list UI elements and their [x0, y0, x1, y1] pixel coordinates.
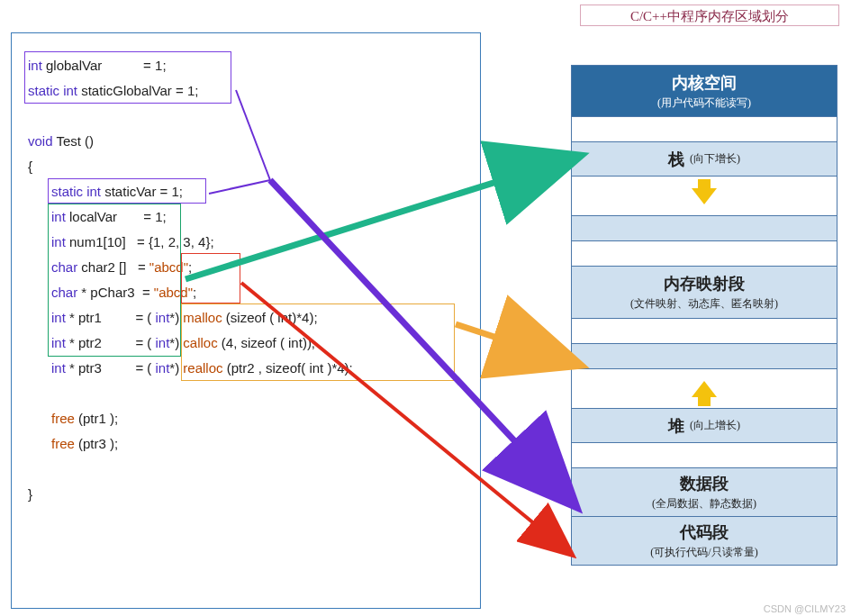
- mem-mmap: 内存映射段 (文件映射、动态库、匿名映射): [571, 267, 837, 319]
- label: 数据段: [680, 473, 729, 494]
- arrow-down-icon: [692, 188, 717, 204]
- code-line: }: [28, 482, 464, 507]
- sub-label: (全局数据、静态数据): [652, 496, 756, 512]
- label: 堆: [668, 415, 684, 437]
- mem-kernel: 内核空间 (用户代码不能读写): [571, 65, 837, 117]
- mem-gap: [571, 216, 837, 241]
- code-line: void Test (): [28, 129, 464, 154]
- code-block: int globalVar = 1; static int staticGlob…: [28, 53, 464, 507]
- sub-label: (文件映射、动态库、匿名映射): [630, 296, 778, 312]
- mem-gap: [571, 344, 837, 369]
- mem-stack-arrow-row: [571, 177, 837, 216]
- blank-line: [28, 457, 464, 482]
- box-heap-allocs: [181, 303, 455, 381]
- label: 代码段: [680, 521, 729, 543]
- mem-gap: [571, 319, 837, 344]
- watermark: CSDN @CILMY23: [764, 603, 846, 614]
- mem-heap: 堆 (向上增长): [571, 409, 837, 443]
- label: 栈: [668, 149, 684, 170]
- box-string-literals: [181, 253, 240, 303]
- mem-data: 数据段 (全局数据、静态数据): [571, 468, 837, 517]
- blank-line: [28, 381, 464, 406]
- sub-label: (向下增长): [690, 151, 740, 167]
- code-panel: int globalVar = 1; static int staticGlob…: [11, 32, 481, 609]
- arrow-up-icon: [692, 381, 717, 397]
- code-line: free (ptr1 );: [28, 406, 464, 431]
- sub-label: (可执行代码/只读常量): [650, 545, 757, 560]
- code-line: free (ptr3 );: [28, 431, 464, 457]
- label: 内核空间: [672, 72, 737, 94]
- box-local-vars: [48, 204, 181, 357]
- diagram-title: C/C++中程序内存区域划分: [580, 5, 839, 26]
- mem-code: 代码段 (可执行代码/只读常量): [571, 517, 837, 566]
- mem-gap: [571, 241, 837, 267]
- mem-stack: 栈 (向下增长): [571, 142, 837, 177]
- mem-heap-arrow-row: [571, 369, 837, 409]
- label: 内存映射段: [664, 273, 745, 294]
- blank-line: [28, 104, 464, 129]
- code-line: {: [28, 154, 464, 179]
- sub-label: (用户代码不能读写): [657, 95, 751, 111]
- box-static-var: [48, 178, 206, 204]
- mem-gap: [571, 443, 837, 468]
- sub-label: (向上增长): [690, 418, 740, 433]
- mem-gap: [571, 117, 837, 142]
- memory-layout: 内核空间 (用户代码不能读写) 栈 (向下增长) 内存映射段 (文件映射、动态库…: [571, 65, 837, 566]
- box-global-vars: [24, 51, 231, 104]
